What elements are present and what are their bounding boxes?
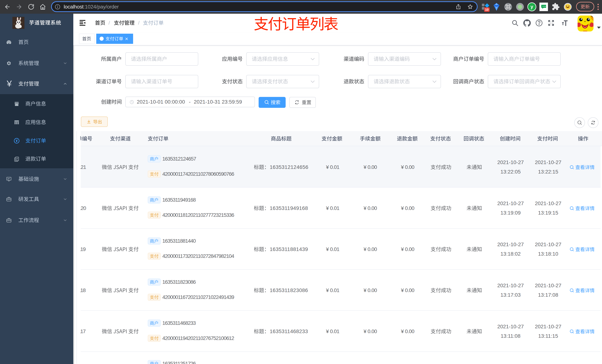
svg-text:y: y — [531, 4, 533, 10]
svg-text:10: 10 — [485, 8, 489, 11]
